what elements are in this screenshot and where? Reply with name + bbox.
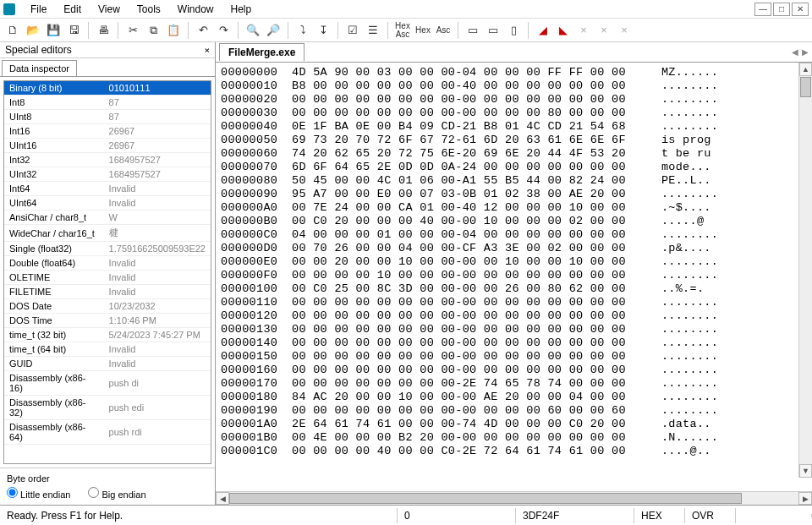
copy-icon[interactable]: ⧉ [144,21,162,40]
inspector-key: WideChar / char16_t [4,225,104,242]
inspector-key: Int16 [4,124,104,139]
inspector-row[interactable]: OLETIMEInvalid [4,271,211,285]
inspector-key: Disassembly (x86-32) [4,396,104,420]
inspector-row[interactable]: Binary (8 bit)01010111 [4,81,211,96]
panel-close-icon[interactable]: × [204,45,210,56]
inspector-key: Binary (8 bit) [4,81,104,96]
inspector-value: 1:10:46 PM [104,314,211,328]
marker2-icon[interactable]: ◣ [554,21,573,40]
inspector-row[interactable]: time_t (64 bit)Invalid [4,342,211,357]
inspector-key: Int64 [4,182,104,196]
inspector-row[interactable]: GUIDInvalid [4,357,211,371]
menu-tools[interactable]: Tools [129,2,169,17]
inspector-row[interactable]: time_t (32 bit)5/24/2023 7:45:27 PM [4,328,211,342]
radio-little-endian[interactable]: Little endian [7,489,70,500]
asc-toggle[interactable]: Asc [434,21,453,40]
inspector-value: 87 [104,110,211,124]
layout3-icon[interactable]: ▯ [504,21,523,40]
tab-prev-icon[interactable]: ◀ [792,47,798,57]
scroll-up-icon[interactable]: ▲ [799,63,812,76]
horizontal-scrollbar[interactable]: ◀ ▶ [216,491,812,505]
inspector-key: time_t (64 bit) [4,342,104,357]
maximize-button[interactable]: □ [773,3,790,16]
inspector-value: 1684957527 [104,167,211,182]
hex-view[interactable]: 00000000 4D 5A 90 00 03 00 00 00-04 00 0… [216,63,812,462]
bookmark-icon[interactable]: ☑ [343,21,362,40]
scroll-thumb-h[interactable] [229,493,742,504]
layout1-icon[interactable]: ▭ [464,21,482,40]
marker1-icon[interactable]: ◢ [534,21,552,40]
inspector-row[interactable]: Single (float32)1.75916625009593E22 [4,242,211,256]
inspector-row[interactable]: Int1626967 [4,124,211,139]
inspector-value: 1684957527 [104,153,211,167]
hex-toggle[interactable]: Hex [414,21,432,40]
find-icon[interactable]: 🔍 [244,21,262,40]
inspector-row[interactable]: UInt887 [4,110,211,124]
nav1-icon[interactable]: × [574,21,593,40]
inspector-row[interactable]: Int321684957527 [4,153,211,167]
scroll-right-icon[interactable]: ▶ [798,492,812,505]
menu-help[interactable]: Help [222,2,261,17]
status-pos: 0 [398,508,516,523]
inspector-key: UInt32 [4,167,104,182]
bookmarks-icon[interactable]: ☰ [364,21,382,40]
new-icon[interactable]: 🗋 [3,21,22,40]
hexasc-toggle[interactable]: HexAsc [393,21,412,40]
cut-icon[interactable]: ✂ [123,21,142,40]
nav3-icon[interactable]: × [615,21,634,40]
scroll-thumb-v[interactable] [800,77,811,97]
inspector-row[interactable]: Int887 [4,96,211,110]
print-icon[interactable]: 🖶 [94,21,112,40]
redo-icon[interactable]: ↷ [214,21,233,40]
menu-window[interactable]: Window [169,2,222,17]
status-empty [736,514,812,517]
paste-icon[interactable]: 📋 [164,21,183,40]
inspector-row[interactable]: Double (float64)Invalid [4,256,211,271]
inspector-row[interactable]: Int64Invalid [4,182,211,196]
inspector-row[interactable]: Disassembly (x86-16)push di [4,371,211,396]
undo-icon[interactable]: ↶ [194,21,212,40]
inspector-key: DOS Time [4,314,104,328]
tab-filemerge[interactable]: FileMerge.exe [219,43,304,61]
inspector-row[interactable]: UInt1626967 [4,139,211,153]
status-size: 3DF24F [516,508,634,523]
inspector-row[interactable]: DOS Date10/23/2032 [4,299,211,314]
status-message: Ready. Press F1 for Help. [0,508,398,523]
menu-file[interactable]: File [22,2,55,17]
layout2-icon[interactable]: ▭ [484,21,502,40]
menu-edit[interactable]: Edit [55,2,90,17]
inspector-row[interactable]: Disassembly (x86-64)push rdi [4,420,211,445]
minimize-button[interactable]: — [754,3,771,16]
nav2-icon[interactable]: × [595,21,613,40]
find-next-icon[interactable]: ⤵ [294,21,312,40]
inspector-key: DOS Date [4,299,104,314]
scroll-left-icon[interactable]: ◀ [216,492,229,505]
menu-view[interactable]: View [90,2,129,17]
inspector-row[interactable]: Disassembly (x86-32)push edi [4,396,211,420]
replace-icon[interactable]: 🔎 [264,21,283,40]
inspector-value: 26967 [104,124,211,139]
inspector-row[interactable]: FILETIMEInvalid [4,285,211,299]
scroll-down-icon[interactable]: ▼ [799,464,812,478]
close-button[interactable]: ✕ [792,3,809,16]
vertical-scrollbar[interactable]: ▲ ▼ [798,63,812,478]
inspector-value: Invalid [104,256,211,271]
tab-data-inspector[interactable]: Data inspector [2,60,77,76]
inspector-row[interactable]: UInt321684957527 [4,167,211,182]
inspector-row[interactable]: AnsiChar / char8_tW [4,211,211,225]
inspector-row[interactable]: UInt64Invalid [4,196,211,211]
save-icon[interactable]: 💾 [44,21,63,40]
inspector-value: W [104,211,211,225]
inspector-value: 87 [104,96,211,110]
inspector-row[interactable]: WideChar / char16_t楗 [4,225,211,242]
goto-icon[interactable]: ↧ [314,21,332,40]
inspector-value: Invalid [104,196,211,211]
inspector-key: Disassembly (x86-16) [4,371,104,396]
inspector-value: 10/23/2032 [104,299,211,314]
tab-next-icon[interactable]: ▶ [802,47,809,57]
data-inspector: Binary (8 bit)01010111Int887UInt887Int16… [3,80,211,464]
inspector-row[interactable]: DOS Time1:10:46 PM [4,314,211,328]
save-all-icon[interactable]: 🖫 [64,21,83,40]
open-icon[interactable]: 📂 [24,21,42,40]
radio-big-endian[interactable]: Big endian [88,489,145,500]
